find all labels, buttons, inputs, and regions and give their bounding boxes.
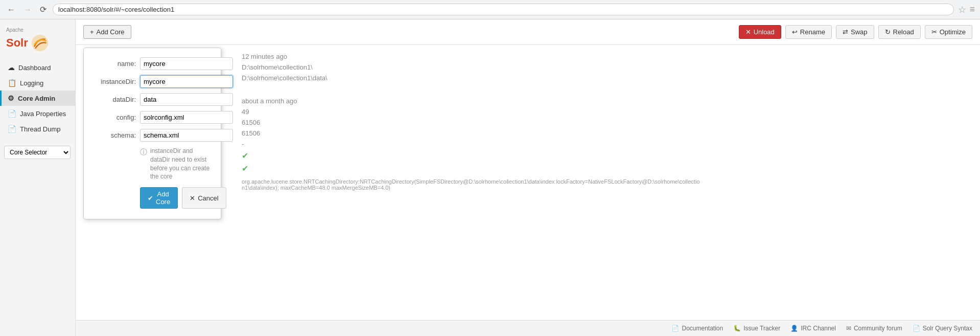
thread-dump-label: Thread Dump: [20, 125, 60, 133]
forward-button[interactable]: →: [21, 4, 34, 15]
solr-logo-icon: [31, 34, 49, 52]
sidebar-item-logging[interactable]: 📋 Logging: [0, 75, 75, 91]
schema-row: schema:: [94, 129, 211, 142]
content-area: name: instanceDir: dataDir: config:: [76, 45, 980, 320]
detail-panel: 12 minutes ago D:\solrhome\collection1\ …: [242, 53, 972, 191]
directory-row: org.apache.lucene.store.NRTCachingDirect…: [242, 178, 972, 191]
index-info: about a month ago 49 61506 61506 -: [242, 97, 972, 173]
schema-label: schema:: [94, 131, 140, 139]
optimized-check: ✔: [242, 151, 248, 160]
cloud-icon: ☁: [8, 63, 15, 72]
apache-label: Apache: [6, 27, 24, 33]
name-row: name:: [94, 57, 211, 70]
index-date-value: about a month ago: [242, 97, 297, 105]
deleted-docs-value: 61506: [242, 129, 260, 137]
top-toolbar: + Add Core ✕ Unload ↩ Rename ⇄ Swap ↻: [76, 19, 980, 45]
syntax-icon: 📄: [913, 325, 920, 332]
add-core-dialog: name: instanceDir: dataDir: config:: [83, 48, 221, 219]
cancel-x-icon: ✕: [190, 194, 195, 202]
last-modified-row: 12 minutes ago: [242, 53, 972, 60]
core-selector-container: Core Selector collection1: [0, 142, 75, 163]
data-dir-label: dataDir:: [94, 96, 140, 103]
rename-button[interactable]: ↩ Rename: [785, 25, 832, 39]
community-forum-link[interactable]: ✉ Community forum: [846, 325, 902, 332]
dashboard-label: Dashboard: [18, 64, 51, 72]
max-doc-row: 61506: [242, 119, 972, 126]
max-doc-value: 61506: [242, 119, 260, 126]
optimize-button[interactable]: ✂ Optimize: [925, 25, 972, 39]
current-row: ✔: [242, 164, 972, 173]
core-selector[interactable]: Core Selector collection1: [4, 146, 71, 159]
doc-icon: 📄: [671, 325, 679, 332]
irc-channel-link[interactable]: 👤 IRC Channel: [790, 325, 836, 332]
config-input[interactable]: [140, 111, 233, 124]
instance-dir-row: instanceDir:: [94, 75, 211, 88]
info-text: instanceDir and dataDir need to exist be…: [150, 147, 211, 181]
thread-dump-icon: 📄: [8, 125, 16, 133]
dialog-cancel-button[interactable]: ✕ Cancel: [182, 187, 226, 209]
check-icon: ✔: [148, 194, 153, 202]
config-label: config:: [94, 114, 140, 121]
mail-icon: ✉: [846, 325, 851, 332]
bookmark-icon: ☆: [958, 4, 966, 15]
deleted-docs-row: 61506: [242, 129, 972, 137]
logging-label: Logging: [20, 79, 43, 87]
chat-icon: 👤: [790, 325, 798, 332]
instance-dir-label: instanceDir:: [94, 78, 140, 85]
instance-dir-detail-row: D:\solrhome\collection1\: [242, 63, 972, 71]
add-core-button[interactable]: + Add Core: [83, 25, 131, 39]
unload-icon: ✕: [745, 28, 751, 36]
num-docs-value: 49: [242, 108, 249, 116]
optimized-row: ✔: [242, 151, 972, 161]
address-bar[interactable]: [53, 4, 954, 15]
reload-button[interactable]: ↻ Reload: [878, 25, 921, 39]
data-dir-detail-value: D:\solrhome\collection1\data\: [242, 74, 328, 82]
sidebar-item-java-properties[interactable]: 📄 Java Properties: [0, 106, 75, 121]
swap-icon: ⇄: [843, 28, 848, 36]
bug-icon: 🐛: [733, 325, 741, 332]
data-dir-detail-row: D:\solrhome\collection1\data\: [242, 74, 972, 82]
browser-actions: ☆ ≡: [958, 4, 975, 15]
java-icon: 📄: [8, 109, 16, 118]
unload-button[interactable]: ✕ Unload: [739, 25, 781, 39]
footer: 📄 Documentation 🐛 Issue Tracker 👤 IRC Ch…: [76, 320, 980, 336]
sidebar-item-dashboard[interactable]: ☁ Dashboard: [0, 60, 75, 75]
info-box: ⓘ instanceDir and dataDir need to exist …: [140, 147, 211, 181]
refresh-button[interactable]: ⟳: [38, 4, 49, 15]
rename-icon: ↩: [792, 28, 798, 36]
core-admin-label: Core Admin: [18, 95, 55, 102]
back-button[interactable]: ←: [5, 4, 17, 15]
logging-icon: 📋: [8, 79, 16, 87]
dialog-add-core-button[interactable]: ✔ Add Core: [140, 187, 178, 209]
num-docs-row: 49: [242, 108, 972, 116]
sidebar: Apache Solr ☁ Dashboard 📋 Logging: [0, 19, 76, 336]
config-row: config:: [94, 111, 211, 124]
current-check: ✔: [242, 164, 248, 173]
reload-icon: ↻: [885, 28, 891, 36]
documentation-link[interactable]: 📄 Documentation: [671, 325, 723, 332]
menu-icon: ≡: [969, 4, 975, 15]
sidebar-item-thread-dump[interactable]: 📄 Thread Dump: [0, 121, 75, 137]
data-dir-row: dataDir:: [94, 93, 211, 106]
dash-row: -: [242, 140, 972, 148]
instance-dir-input[interactable]: [140, 75, 233, 88]
issue-tracker-link[interactable]: 🐛 Issue Tracker: [733, 325, 780, 332]
plus-icon: +: [90, 28, 94, 36]
data-dir-input[interactable]: [140, 93, 233, 106]
instance-dir-detail-value: D:\solrhome\collection1\: [242, 63, 313, 71]
dialog-buttons: ✔ Add Core ✕ Cancel: [140, 187, 211, 209]
solr-query-syntax-link[interactable]: 📄 Solr Query Syntax: [913, 325, 972, 332]
core-admin-icon: ⚙: [8, 94, 14, 102]
name-input[interactable]: [140, 57, 233, 70]
solr-label: Solr: [6, 37, 28, 49]
swap-button[interactable]: ⇄ Swap: [836, 25, 874, 39]
java-properties-label: Java Properties: [20, 110, 66, 118]
last-modified-value: 12 minutes ago: [242, 53, 287, 60]
info-icon: ⓘ: [140, 147, 147, 181]
schema-input[interactable]: [140, 129, 233, 142]
directory-value: org.apache.lucene.store.NRTCachingDirect…: [242, 178, 702, 191]
sidebar-item-core-admin[interactable]: ⚙ Core Admin: [0, 91, 75, 106]
name-label: name:: [94, 60, 140, 68]
solr-logo: Apache Solr: [0, 22, 75, 60]
dash-value: -: [242, 140, 244, 148]
